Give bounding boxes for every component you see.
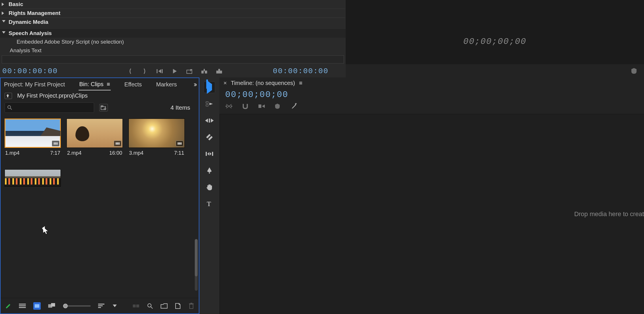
clip-thumbnail[interactable] [67, 119, 123, 148]
chevron-right-icon [2, 2, 6, 6]
clip-grid: 1.mp4 7:17 2.mp4 16:00 [1, 116, 199, 298]
svg-marker-35 [113, 305, 117, 307]
timeline-title[interactable]: Timeline: (no sequences) [231, 80, 295, 86]
sort-menu-chevron-icon[interactable] [112, 302, 118, 310]
metadata-basic-label: Basic [9, 1, 23, 7]
embedded-script-row[interactable]: Embedded Adobe Story Script (no selectio… [0, 38, 346, 46]
pen-tool[interactable] [204, 165, 215, 176]
selection-tool[interactable] [204, 82, 215, 93]
program-timecode[interactable]: 00;00;00;00 [463, 37, 526, 46]
insert-sequence-icon[interactable] [225, 103, 233, 109]
close-tab-icon[interactable]: × [223, 80, 227, 86]
clip-thumbnail[interactable] [5, 169, 61, 187]
mark-in-icon[interactable] [126, 67, 134, 75]
step-back-icon[interactable] [156, 67, 164, 75]
write-enable-icon[interactable] [5, 302, 11, 310]
project-scrollbar[interactable] [195, 239, 198, 291]
ripple-edit-tool[interactable] [204, 115, 215, 126]
snap-icon[interactable] [242, 103, 249, 109]
tab-bin[interactable]: Bin: Clips ≡ [79, 79, 110, 90]
track-select-tool[interactable] [204, 98, 215, 110]
svg-rect-54 [212, 152, 213, 156]
embedded-script-label: Embedded Adobe Story Script (no selectio… [17, 39, 124, 45]
new-bin-icon[interactable] [161, 302, 168, 310]
icon-view-icon[interactable] [33, 302, 41, 310]
add-marker-icon[interactable] [275, 103, 280, 109]
safe-margins-icon[interactable] [631, 67, 637, 74]
panel-menu-icon[interactable]: ≡ [299, 80, 303, 86]
chevron-down-icon [2, 31, 6, 35]
svg-rect-0 [157, 69, 157, 73]
svg-marker-3 [173, 69, 177, 73]
item-count: 4 Items [170, 104, 195, 111]
hand-tool[interactable] [204, 181, 215, 193]
mark-out-icon[interactable] [141, 67, 149, 75]
svg-rect-37 [136, 305, 139, 307]
metadata-panel: Basic Rights Management Dynamic Media Sp… [0, 0, 346, 77]
svg-rect-18 [57, 142, 58, 145]
svg-line-39 [151, 307, 153, 309]
trash-icon[interactable] [188, 302, 194, 310]
tab-overflow-icon[interactable]: ›› [194, 80, 196, 88]
automate-to-sequence-icon[interactable] [133, 302, 140, 310]
svg-rect-2 [162, 69, 163, 73]
metadata-dynamic-label: Dynamic Media [9, 19, 48, 25]
svg-point-55 [209, 172, 210, 174]
slip-tool[interactable] [204, 148, 215, 160]
linked-selection-icon[interactable] [258, 103, 265, 109]
timeline-drop-hint: Drop media here to creat [574, 210, 644, 218]
svg-marker-60 [231, 105, 233, 107]
program-monitor: 00;00;00;00 [346, 0, 644, 77]
metadata-dynamic-row[interactable]: Dynamic Media [0, 18, 346, 26]
svg-marker-53 [210, 152, 211, 156]
clip-thumbnail[interactable] [129, 119, 185, 148]
timeline-timecode[interactable]: 00;00;00;00 [219, 89, 644, 101]
clip-item[interactable]: 2.mp4 16:00 [67, 119, 123, 156]
clip-item[interactable] [5, 169, 61, 187]
clip-name: 1.mp4 [5, 150, 20, 156]
svg-rect-29 [35, 304, 39, 308]
list-view-icon[interactable] [19, 302, 26, 310]
freeform-view-icon[interactable] [48, 302, 56, 310]
tab-project[interactable]: Project: My First Project [3, 79, 65, 90]
new-item-icon[interactable] [175, 302, 181, 310]
export-frame-icon[interactable] [186, 67, 193, 75]
play-icon[interactable] [171, 67, 178, 75]
video-badge-icon [52, 141, 59, 146]
panel-menu-icon[interactable]: ≡ [107, 81, 110, 87]
project-panel: Project: My First Project Bin: Clips ≡ E… [0, 77, 199, 314]
sort-icon[interactable] [98, 302, 104, 310]
overwrite-icon[interactable] [216, 67, 223, 75]
svg-rect-23 [179, 142, 180, 145]
zoom-slider[interactable] [63, 302, 91, 310]
svg-rect-34 [98, 307, 101, 308]
speech-analysis-header[interactable]: Speech Analysis [0, 29, 346, 38]
metadata-rights-row[interactable]: Rights Management [0, 9, 346, 18]
clip-item[interactable]: 3.mp4 7:11 [129, 119, 185, 156]
clip-thumbnail[interactable] [5, 119, 61, 148]
type-tool[interactable]: T [204, 198, 215, 210]
chevron-right-icon [2, 11, 6, 15]
svg-rect-16 [54, 142, 55, 145]
svg-marker-45 [209, 103, 213, 105]
clip-duration: 7:17 [50, 150, 60, 156]
analysis-text-field[interactable] [2, 55, 344, 63]
source-in-timecode[interactable]: 00:00:00:00 [2, 67, 58, 75]
project-tabs: Project: My First Project Bin: Clips ≡ E… [1, 78, 199, 91]
timeline-settings-icon[interactable] [289, 102, 297, 110]
video-badge-icon [176, 141, 183, 146]
source-out-timecode[interactable]: 00:00:00:00 [273, 67, 328, 75]
find-icon[interactable] [147, 302, 153, 310]
tab-effects[interactable]: Effects [124, 79, 143, 90]
new-search-bin-button[interactable] [99, 104, 108, 111]
breadcrumb-path: My First Project.prproj\Clips [17, 92, 88, 99]
razor-tool[interactable] [204, 131, 215, 143]
timeline-drop-area[interactable]: Drop media here to creat [219, 114, 644, 314]
tab-markers[interactable]: Markers [155, 79, 177, 90]
bin-up-button[interactable] [5, 93, 12, 99]
svg-rect-31 [51, 303, 55, 307]
clip-item[interactable]: 1.mp4 7:17 [5, 119, 61, 156]
metadata-basic-row[interactable]: Basic [0, 0, 346, 9]
search-input[interactable] [5, 102, 94, 113]
insert-icon[interactable] [201, 67, 208, 75]
